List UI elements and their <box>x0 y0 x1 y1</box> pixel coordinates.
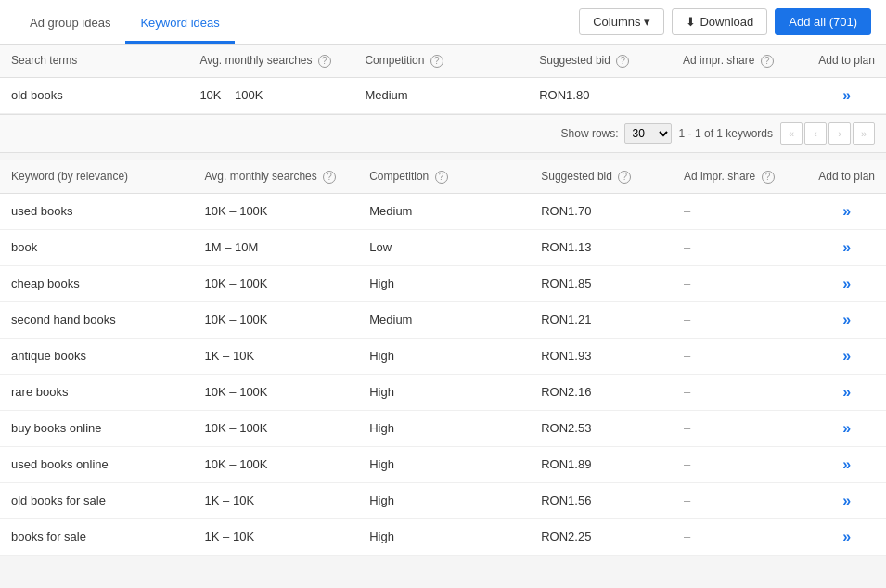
ki-competition-cell: High <box>358 338 530 374</box>
competition-help-icon[interactable]: ? <box>430 55 443 68</box>
tab-keyword-ideas[interactable]: Keyword ideas <box>125 5 234 44</box>
ki-add-action-cell[interactable]: » <box>807 338 886 374</box>
tabs: Ad group ideas Keyword ideas <box>15 0 235 44</box>
columns-button[interactable]: Columns ▾ <box>579 8 664 35</box>
ki-ad-impr-cell: – <box>673 374 807 410</box>
add-action-cell[interactable]: » <box>807 77 886 113</box>
rows-per-page-select[interactable]: 10203050100 <box>624 123 672 144</box>
content: Search terms Avg. monthly searches ? Com… <box>0 45 886 556</box>
keyword-cell: antique books <box>0 338 194 374</box>
ki-avg-monthly-cell: 10K – 100K <box>194 193 359 229</box>
col-header-competition: Competition ? <box>353 45 528 77</box>
avg-monthly-cell: 10K – 100K <box>188 77 353 113</box>
keyword-cell: second hand books <box>0 301 194 338</box>
keyword-idea-row: buy books online 10K – 100K High RON2.53… <box>0 410 886 446</box>
ki-avg-monthly-cell: 10K – 100K <box>194 374 359 410</box>
ki-avg-monthly-cell: 10K – 100K <box>194 410 359 446</box>
search-term-row: old books 10K – 100K Medium RON1.80 – » <box>0 77 886 113</box>
ki-avg-monthly-cell: 10K – 100K <box>194 265 359 301</box>
ki-suggested-bid-cell: RON1.85 <box>530 265 673 301</box>
competition-cell: Medium <box>353 77 528 113</box>
ki-competition-help-icon[interactable]: ? <box>435 171 448 184</box>
top-bar: Ad group ideas Keyword ideas Columns ▾ ⬇… <box>0 0 886 45</box>
ad-impr-cell: – <box>672 77 807 113</box>
col-header-keyword: Keyword (by relevance) <box>0 160 194 193</box>
ki-avg-monthly-cell: 1K – 10K <box>194 338 359 374</box>
col-header-ki-avg-monthly: Avg. monthly searches ? <box>194 160 359 193</box>
add-all-button[interactable]: Add all (701) <box>775 8 871 35</box>
ki-avg-monthly-cell: 1K – 10K <box>194 482 359 518</box>
ki-competition-cell: High <box>358 374 530 410</box>
keyword-cell: rare books <box>0 374 194 410</box>
keyword-ideas-section: Keyword (by relevance) Avg. monthly sear… <box>0 160 886 556</box>
keyword-cell: old books for sale <box>0 482 194 518</box>
pagination-controls: « ‹ › » <box>780 122 875 145</box>
show-rows: Show rows: 10203050100 <box>561 123 672 144</box>
ki-suggested-bid-cell: RON1.21 <box>530 301 673 338</box>
ki-ad-impr-cell: – <box>673 518 807 555</box>
ki-suggested-bid-cell: RON2.53 <box>530 410 673 446</box>
ki-add-action-cell[interactable]: » <box>807 518 886 555</box>
search-terms-section: Search terms Avg. monthly searches ? Com… <box>0 45 886 153</box>
ki-add-action-cell[interactable]: » <box>807 301 886 338</box>
keyword-cell: used books online <box>0 446 194 482</box>
ki-suggested-bid-cell: RON1.89 <box>530 446 673 482</box>
ki-competition-cell: High <box>358 518 530 555</box>
ki-avg-monthly-help-icon[interactable]: ? <box>323 171 336 184</box>
keyword-idea-row: old books for sale 1K – 10K High RON1.56… <box>0 482 886 518</box>
suggested-bid-help-icon[interactable]: ? <box>616 55 629 68</box>
ki-competition-cell: Medium <box>358 301 530 338</box>
ki-ad-impr-help-icon[interactable]: ? <box>762 171 775 184</box>
ki-ad-impr-cell: – <box>673 229 807 265</box>
top-actions: Columns ▾ ⬇ Download Add all (701) <box>579 8 871 35</box>
search-term-cell: old books <box>0 77 188 113</box>
ki-ad-impr-cell: – <box>673 301 807 338</box>
keyword-cell: cheap books <box>0 265 194 301</box>
ki-suggested-bid-cell: RON2.16 <box>530 374 673 410</box>
last-page-button[interactable]: » <box>853 122 875 145</box>
show-rows-label: Show rows: <box>561 127 619 140</box>
ki-competition-cell: High <box>358 446 530 482</box>
ki-suggested-bid-cell: RON1.93 <box>530 338 673 374</box>
ki-add-action-cell[interactable]: » <box>807 265 886 301</box>
col-header-ki-suggested-bid: Suggested bid ? <box>530 160 673 193</box>
ki-competition-cell: High <box>358 265 530 301</box>
ki-ad-impr-cell: – <box>673 446 807 482</box>
ki-suggested-bid-help-icon[interactable]: ? <box>618 171 631 184</box>
ki-ad-impr-cell: – <box>673 193 807 229</box>
ki-suggested-bid-cell: RON1.56 <box>530 482 673 518</box>
ki-add-action-cell[interactable]: » <box>807 482 886 518</box>
keyword-cell: buy books online <box>0 410 194 446</box>
ki-add-action-cell[interactable]: » <box>807 374 886 410</box>
download-button[interactable]: ⬇ Download <box>672 8 767 35</box>
keyword-idea-row: cheap books 10K – 100K High RON1.85 – » <box>0 265 886 301</box>
next-page-button[interactable]: › <box>828 122 851 145</box>
ki-avg-monthly-cell: 10K – 100K <box>194 301 359 338</box>
ad-impr-help-icon[interactable]: ? <box>761 55 774 68</box>
ki-suggested-bid-cell: RON1.70 <box>530 193 673 229</box>
keyword-cell: used books <box>0 193 194 229</box>
keyword-cell: books for sale <box>0 518 194 555</box>
keyword-idea-row: book 1M – 10M Low RON1.13 – » <box>0 229 886 265</box>
pagination-range: 1 - 1 of 1 keywords <box>679 127 773 140</box>
ki-suggested-bid-cell: RON1.13 <box>530 229 673 265</box>
prev-page-button[interactable]: ‹ <box>804 122 827 145</box>
keyword-idea-row: second hand books 10K – 100K Medium RON1… <box>0 301 886 338</box>
avg-monthly-help-icon[interactable]: ? <box>318 55 331 68</box>
ki-competition-cell: Medium <box>358 193 530 229</box>
ki-add-action-cell[interactable]: » <box>807 229 886 265</box>
ki-add-action-cell[interactable]: » <box>807 193 886 229</box>
ki-competition-cell: Low <box>358 229 530 265</box>
first-page-button[interactable]: « <box>780 122 803 145</box>
pagination-bar: Show rows: 10203050100 1 - 1 of 1 keywor… <box>0 114 886 153</box>
col-header-suggested-bid: Suggested bid ? <box>528 45 672 77</box>
ki-add-action-cell[interactable]: » <box>807 410 886 446</box>
ki-avg-monthly-cell: 1K – 10K <box>194 518 359 555</box>
keyword-idea-row: used books online 10K – 100K High RON1.8… <box>0 446 886 482</box>
ki-suggested-bid-cell: RON2.25 <box>530 518 673 555</box>
search-terms-table: Search terms Avg. monthly searches ? Com… <box>0 45 886 114</box>
col-header-ki-competition: Competition ? <box>358 160 530 193</box>
tab-ad-group-ideas[interactable]: Ad group ideas <box>15 5 125 44</box>
ki-add-action-cell[interactable]: » <box>807 446 886 482</box>
col-header-avg-monthly: Avg. monthly searches ? <box>188 45 353 77</box>
